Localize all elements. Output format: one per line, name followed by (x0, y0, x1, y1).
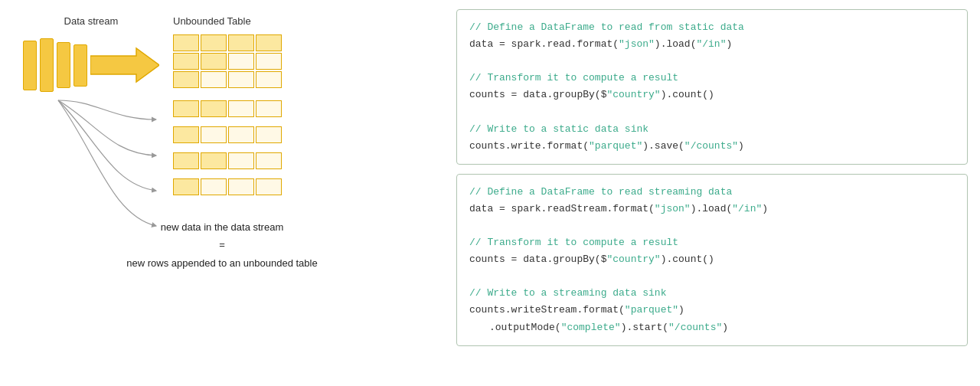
table-section: Unbounded Table (173, 15, 282, 195)
stream-bar-1 (23, 41, 37, 90)
stream-row-cell (228, 152, 254, 169)
stream-row-cell (201, 152, 227, 169)
table-cell (173, 34, 199, 51)
stream-label: Data stream (64, 15, 119, 27)
stream-row-cell (173, 152, 199, 169)
code-comment-2: // Transform it to compute a result (469, 70, 955, 87)
table-label: Unbounded Table (173, 15, 282, 27)
code-spacer-4 (469, 268, 955, 285)
stream-bar-4 (74, 44, 87, 87)
code-spacer-3 (469, 218, 955, 234)
stream-bar-3 (57, 42, 70, 88)
code-comment-3: // Write to a static data sink (469, 121, 955, 138)
left-panel: Data stream Unbounded Table (0, 0, 444, 386)
table-cell (228, 53, 254, 70)
stream-row-4 (173, 178, 282, 195)
code-comment-1: // Define a DataFrame to read from stati… (469, 19, 955, 36)
code-box-static: // Define a DataFrame to read from stati… (456, 9, 968, 165)
stream-row-cell (173, 126, 199, 143)
svg-marker-0 (90, 48, 159, 82)
stream-row-3 (173, 152, 282, 169)
stream-row-cell (256, 100, 282, 117)
code-line-1: data = spark.read.format("json").load("/… (469, 36, 955, 53)
stream-row-cell (256, 152, 282, 169)
stream-row-cell (228, 100, 254, 117)
unbounded-table (173, 34, 282, 88)
table-cell (256, 71, 282, 88)
stream-row-cell (173, 100, 199, 117)
table-cell (201, 53, 227, 70)
code-comment-4: // Define a DataFrame to read streaming … (469, 184, 955, 201)
table-cell (256, 34, 282, 51)
table-cell (173, 53, 199, 70)
table-cell (228, 71, 254, 88)
stream-row-cell (256, 178, 282, 195)
code-box-streaming: // Define a DataFrame to read streaming … (456, 174, 968, 346)
stream-row-cell (173, 178, 199, 195)
stream-row-cell (228, 126, 254, 143)
stream-row-cell (201, 178, 227, 195)
code-line-2: counts = data.groupBy($"country").count(… (469, 87, 955, 103)
stream-row-1 (173, 100, 282, 117)
table-cell (173, 71, 199, 88)
table-cell (228, 34, 254, 51)
stream-big-arrow (90, 42, 159, 88)
code-line-3: counts.write.format("parquet").save("/co… (469, 138, 955, 155)
bottom-text-line2: = (126, 236, 317, 254)
code-line-6: counts.writeStream.format("parquet") (469, 302, 955, 319)
bottom-text: new data in the data stream = new rows a… (126, 218, 317, 272)
stream-arrow-area (23, 34, 159, 96)
stream-row-cell (201, 100, 227, 117)
stream-row-2 (173, 126, 282, 143)
stream-row-cell (256, 126, 282, 143)
stream-row-cell (228, 178, 254, 195)
stream-arrow-section: Data stream (23, 15, 159, 96)
table-cell (201, 71, 227, 88)
code-comment-5: // Transform it to compute a result (469, 234, 955, 251)
code-spacer-2 (469, 103, 955, 120)
code-comment-6: // Write to a streaming data sink (469, 285, 955, 302)
streaming-rows-area (173, 100, 282, 195)
diagram-area: Data stream Unbounded Table (8, 15, 436, 195)
stream-row-cell (201, 126, 227, 143)
bottom-text-line3: new rows appended to an unbounded table (126, 254, 317, 272)
code-line-7: .outputMode("complete").start("/counts") (469, 319, 955, 336)
code-spacer-1 (469, 53, 955, 70)
table-cell (256, 53, 282, 70)
code-line-4: data = spark.readStream.format("json").l… (469, 201, 955, 218)
bottom-text-line1: new data in the data stream (126, 218, 317, 236)
table-cell (201, 34, 227, 51)
right-panel: // Define a DataFrame to read from stati… (444, 0, 980, 386)
stream-bar-2 (40, 38, 54, 92)
stream-bars (23, 38, 87, 92)
code-line-5: counts = data.groupBy($"country").count(… (469, 251, 955, 268)
